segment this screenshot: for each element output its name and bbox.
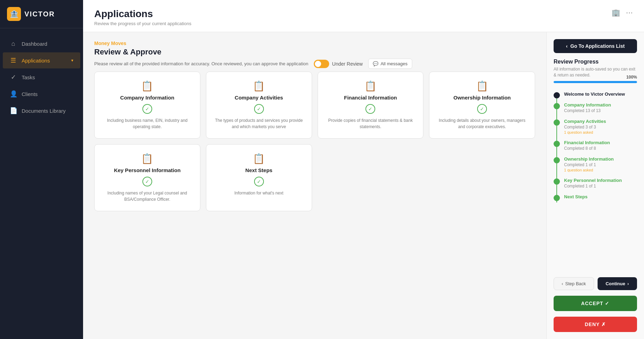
step-dot [554,157,560,163]
building-icon[interactable]: 🏢 [612,8,620,17]
step-back-label: Step Back [565,281,586,286]
step-key-personnel: Key Personnel Information Completed 1 of… [554,178,637,194]
card-key-personnel[interactable]: 📋 Key Personnel Information ✓ Including … [94,144,200,211]
cards-row-1: 📋 Company Information ✓ Including busine… [94,72,535,139]
progress-bar-fill [554,81,637,83]
card-icon: 📋 [141,80,153,92]
continue-label: Continue [606,281,625,286]
section-description: Please review all of the provided inform… [94,61,308,66]
card-financial-information[interactable]: 📋 Financial Information ✓ Provide copies… [318,72,424,139]
chevron-left-icon: ‹ [566,43,568,49]
main-content: Applications Review the progress of your… [83,0,644,339]
progress-bar-container: 100% [554,81,637,83]
sidebar-item-label: Dashboard [22,41,47,47]
step-sub: Completed 1 of 1 [564,162,637,167]
review-controls: Please review all of the provided inform… [94,59,535,69]
step-label: Company Activities [564,119,637,124]
sidebar-item-label: Clients [22,91,38,97]
continue-button[interactable]: Continue › [598,277,637,290]
step-content: Financial Information Completed 8 of 8 [564,140,637,156]
under-review-toggle[interactable] [314,60,329,68]
card-title: Next Steps [245,167,273,173]
card-description: The types of products and services you p… [213,117,305,130]
step-content: Company Activities Completed 3 of 3 1 qu… [564,119,637,140]
step-dot [554,195,560,201]
sidebar-item-label: Tasks [22,74,35,80]
check-icon: ✓ [477,104,487,114]
step-content: Key Personnel Information Completed 1 of… [564,178,637,194]
go-to-label: Go To Applications List [570,43,625,49]
card-description: Provide copies of financial statements &… [325,117,416,130]
check-icon: ✓ [254,177,264,186]
step-label: Financial Information [564,140,637,145]
card-description: Including business name, EIN, industry a… [102,117,193,130]
step-dot [554,178,560,185]
progress-percentage: 100% [626,75,637,80]
card-description: Information for what's next [234,190,283,196]
card-icon: 📋 [253,153,265,164]
navigation-buttons: ‹ Step Back Continue › [554,277,637,290]
application-name: Money Moves [94,40,535,46]
step-company-activities: Company Activities Completed 3 of 3 1 qu… [554,119,637,140]
check-icon: ✓ [142,104,152,114]
toggle-label: Under Review [332,61,363,67]
sidebar-item-documents[interactable]: 📄 Documents Library [3,103,80,119]
step-sub: Completed 1 of 1 [564,184,637,189]
review-progress-desc: All information is auto-saved so you can… [554,66,637,78]
card-company-activities[interactable]: 📋 Company Activities ✓ The types of prod… [206,72,312,139]
review-progress-title: Review Progress [554,59,637,65]
card-company-information[interactable]: 📋 Company Information ✓ Including busine… [94,72,200,139]
sidebar-item-label: Applications [22,58,50,64]
sidebar-item-tasks[interactable]: ✓ Tasks [3,69,80,85]
step-sub: Completed 13 of 13 [564,108,637,113]
go-to-applications-list-button[interactable]: ‹ Go To Applications List [554,39,637,53]
all-messages-button[interactable]: 💬 All messages [368,59,412,69]
step-content: Welcome to Victor Overview [564,91,637,102]
logo-text: VICTOR [24,10,55,18]
chevron-left-icon: ‹ [562,281,563,286]
accept-label: ACCEPT ✓ [581,301,609,306]
step-question: 1 question asked [564,168,637,172]
page-title: Applications [94,8,191,20]
sidebar-nav: ⌂ Dashboard ☰ Applications ▾ ✓ Tasks 👤 C… [0,28,83,339]
toggle-container: Under Review [314,60,363,68]
card-icon: 📋 [476,80,488,92]
right-sidebar: ‹ Go To Applications List Review Progres… [546,32,644,339]
page-subtitle: Review the progress of your current appl… [94,21,191,26]
sidebar-item-applications[interactable]: ☰ Applications ▾ [3,52,80,68]
step-welcome: Welcome to Victor Overview [554,91,637,102]
step-dot [554,92,560,98]
step-next-steps: Next Steps [554,194,637,205]
card-ownership-information[interactable]: 📋 Ownership Information ✓ Including deta… [429,72,535,139]
deny-button[interactable]: DENY ✗ [554,317,637,332]
step-sub: Completed 8 of 8 [564,146,637,151]
step-financial-info: Financial Information Completed 8 of 8 [554,140,637,156]
card-title: Company Information [120,95,174,101]
card-title: Ownership Information [453,95,511,101]
card-icon: 📋 [253,80,265,92]
accept-button[interactable]: ACCEPT ✓ [554,296,637,311]
step-back-button[interactable]: ‹ Step Back [554,277,594,290]
step-dot [554,141,560,147]
messages-label: All messages [380,61,407,66]
logo-icon: 🏦 [7,7,21,21]
step-dot [554,103,560,109]
content-area: Money Moves Review & Approve Please revi… [83,32,644,339]
card-title: Key Personnel Information [114,167,180,173]
review-progress-section: Review Progress All information is auto-… [554,59,637,83]
applications-icon: ☰ [10,57,17,64]
step-label: Key Personnel Information [564,178,637,183]
main-panel: Money Moves Review & Approve Please revi… [83,32,546,339]
card-next-steps[interactable]: 📋 Next Steps ✓ Information for what's ne… [206,144,312,211]
sidebar-item-dashboard[interactable]: ⌂ Dashboard [3,36,80,52]
more-options-icon[interactable]: ⋯ [626,8,633,17]
card-title: Company Activities [235,95,283,101]
section-title: Review & Approve [94,47,535,57]
logo-container: 🏦 VICTOR [0,0,83,28]
message-icon: 💬 [373,61,378,66]
page-header: Applications Review the progress of your… [83,0,644,32]
check-icon: ✓ [142,177,152,186]
card-icon: 📋 [141,153,153,164]
sidebar-item-clients[interactable]: 👤 Clients [3,86,80,102]
chevron-down-icon: ▾ [71,58,73,63]
